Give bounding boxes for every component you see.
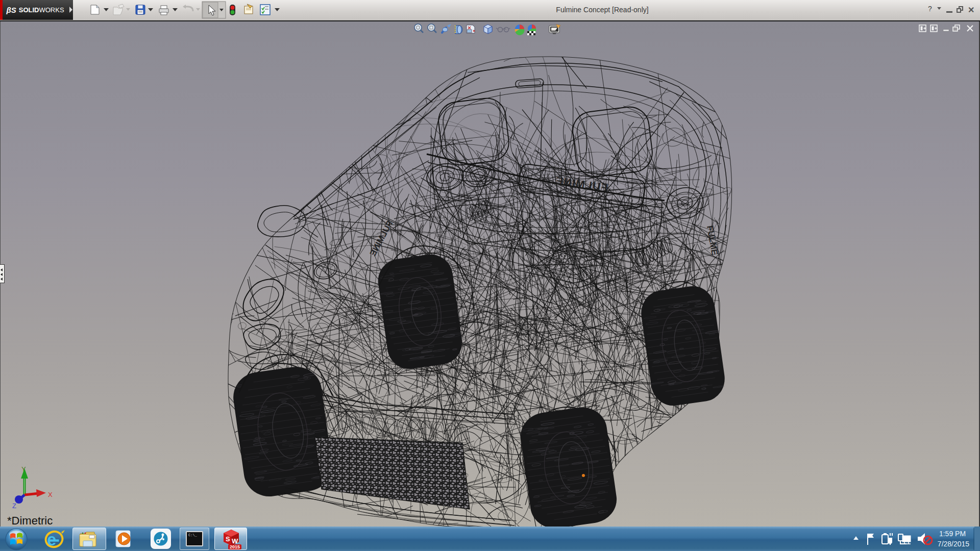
svg-text:X: X (48, 491, 53, 498)
svg-text:C:\_: C:\_ (188, 533, 198, 537)
svg-text:Z: Z (12, 502, 16, 510)
svg-text:1:59 PM: 1:59 PM (939, 530, 966, 538)
svg-text:S: S (226, 535, 230, 543)
svg-text:7/28/2015: 7/28/2015 (938, 540, 969, 548)
svg-text:2015: 2015 (230, 544, 240, 549)
svg-text:W: W (232, 537, 238, 545)
